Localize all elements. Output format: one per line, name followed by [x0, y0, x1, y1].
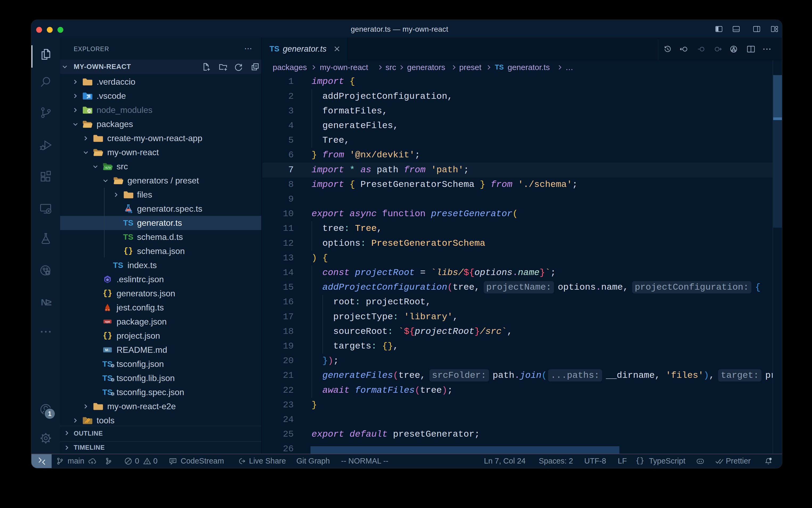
svg-text:JS: JS	[88, 110, 91, 112]
svg-text:M↓: M↓	[105, 348, 110, 352]
svg-text:</>: </>	[105, 166, 111, 170]
svg-text:npm: npm	[105, 320, 110, 324]
svg-text:TS: TS	[128, 210, 132, 214]
